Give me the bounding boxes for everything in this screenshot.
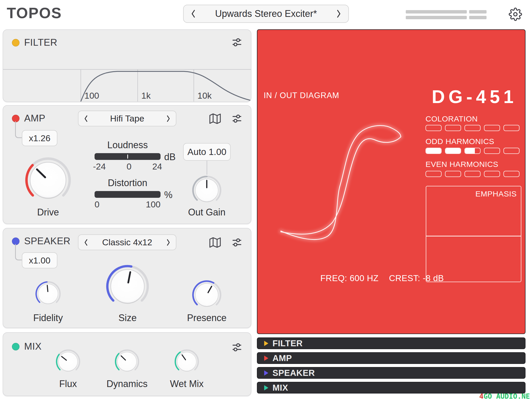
fidelity-knob[interactable] xyxy=(35,280,62,307)
mix-led[interactable] xyxy=(12,343,19,350)
size-knob[interactable] xyxy=(105,263,150,309)
expand-triangle-icon xyxy=(264,385,268,390)
filter-panel: FILTER 100 1k 10k xyxy=(3,29,251,102)
meter-segment xyxy=(503,148,520,154)
chevron-right-icon xyxy=(336,9,342,18)
filter-settings-button[interactable] xyxy=(231,37,243,49)
chevron-left-icon xyxy=(84,239,88,246)
speaker-model-selector[interactable]: Classic 4x12 xyxy=(78,234,176,250)
meter-segment xyxy=(445,125,461,131)
presence-knob[interactable] xyxy=(191,279,222,310)
flux-knob[interactable] xyxy=(55,349,81,375)
amp-model-next-button[interactable] xyxy=(166,115,171,123)
amp-model-selector[interactable]: Hifi Tape xyxy=(78,111,176,126)
size-knob-label: Size xyxy=(102,313,154,323)
chevron-left-icon xyxy=(190,9,196,18)
mix-settings-button[interactable] xyxy=(231,342,243,354)
transfer-curve xyxy=(273,108,418,263)
preset-selector[interactable]: Upwards Stereo Exciter* xyxy=(183,5,349,23)
loudness-slider[interactable] xyxy=(95,153,161,160)
amp-panel-title: AMP xyxy=(24,113,45,124)
speaker-model-name: Classic 4x12 xyxy=(102,237,152,247)
chevron-right-icon xyxy=(166,115,171,123)
meter-segment xyxy=(445,148,461,154)
preset-name: Upwards Stereo Exciter* xyxy=(215,8,317,19)
collapsed-amp-bar[interactable]: AMP xyxy=(257,352,526,364)
meter-bar xyxy=(469,16,487,19)
freq-readout: FREQ: 600 HZ xyxy=(320,273,378,283)
emphasis-divider xyxy=(426,236,521,236)
auto-gain-button[interactable]: Auto 1.00 xyxy=(183,143,231,161)
dynamics-knob[interactable] xyxy=(114,349,140,375)
out-gain-knob-label: Out Gain xyxy=(181,207,233,218)
output-meter xyxy=(406,10,487,19)
emphasis-box: EMPHASIS xyxy=(426,186,521,282)
map-icon xyxy=(209,236,221,248)
sliders-icon xyxy=(231,37,243,48)
filter-curve-graph[interactable]: 100 1k 10k xyxy=(3,69,251,101)
loudness-scale: -24 0 24 xyxy=(93,161,162,172)
sliders-icon xyxy=(231,237,243,248)
speaker-browse-button[interactable] xyxy=(209,236,221,249)
speaker-panel-title: SPEAKER xyxy=(24,236,70,247)
collapsed-filter-bar[interactable]: FILTER xyxy=(257,337,526,349)
freq-tick-100: 100 xyxy=(84,91,99,101)
out-gain-knob[interactable] xyxy=(191,175,222,206)
meter-segment xyxy=(464,171,481,177)
freq-tick-1k: 1k xyxy=(141,91,151,101)
presence-knob-label: Presence xyxy=(181,313,233,323)
dynamics-knob-label: Dynamics xyxy=(101,378,153,389)
fidelity-knob-label: Fidelity xyxy=(22,313,74,323)
even-harmonics-meter xyxy=(425,171,520,177)
collapsed-mix-bar[interactable]: MIX xyxy=(257,382,526,394)
chevron-left-icon xyxy=(84,115,88,123)
meter-segment xyxy=(464,125,481,131)
preset-next-button[interactable] xyxy=(336,9,342,18)
mix-panel: MIX Flux Dynamics Wet Mix xyxy=(3,332,251,396)
amp-model-name: Hifi Tape xyxy=(110,113,144,124)
meter-segment xyxy=(425,148,442,154)
speaker-panel: SPEAKER Classic 4x12 x1.00 xyxy=(3,228,251,328)
filter-response-curve xyxy=(81,71,250,101)
meter-bar xyxy=(406,16,467,19)
amp-settings-button[interactable] xyxy=(231,113,243,125)
filter-led[interactable] xyxy=(12,39,19,46)
flux-knob-label: Flux xyxy=(42,378,94,389)
meter-segment xyxy=(425,171,442,177)
plugin-window: TOPOS Upwards Stereo Exciter* FILTER xyxy=(0,0,532,400)
settings-button[interactable] xyxy=(509,8,522,22)
amp-multiplier-value[interactable]: x1.26 xyxy=(22,130,57,146)
meter-segment xyxy=(425,125,442,131)
distortion-scale: 0 100 xyxy=(95,199,161,209)
wet-mix-knob[interactable] xyxy=(174,349,200,375)
speaker-multiplier-value[interactable]: x1.00 xyxy=(22,252,57,268)
odd-harmonics-meter xyxy=(425,148,520,154)
meter-segment xyxy=(484,148,500,154)
meter-bar xyxy=(469,10,487,13)
amp-led-connector xyxy=(15,121,22,138)
watermark: 4GO AUDIO.NE xyxy=(479,392,530,400)
sliders-icon xyxy=(231,342,243,353)
model-name: DG-451 xyxy=(432,86,517,107)
in-out-diagram-label: IN / OUT DIAGRAM xyxy=(264,91,339,100)
speaker-model-next-button[interactable] xyxy=(166,239,171,246)
crest-readout: CREST: -8 dB xyxy=(389,273,444,283)
meter-segment xyxy=(445,171,461,177)
speaker-model-prev-button[interactable] xyxy=(84,239,88,246)
collapsed-speaker-bar[interactable]: SPEAKER xyxy=(257,367,526,379)
drive-knob[interactable] xyxy=(24,156,72,205)
distortion-slider[interactable] xyxy=(95,191,161,198)
gear-icon xyxy=(509,8,522,21)
filter-panel-title: FILTER xyxy=(24,37,57,48)
mix-panel-title: MIX xyxy=(24,341,42,352)
drive-knob-label: Drive xyxy=(22,207,74,218)
speaker-led-connector xyxy=(15,244,22,260)
freq-tick-10k: 10k xyxy=(197,91,212,101)
amp-panel: AMP Hifi Tape x1.26 Drive xyxy=(3,105,251,224)
app-logo: TOPOS xyxy=(7,4,62,22)
preset-prev-button[interactable] xyxy=(190,9,196,18)
amp-model-prev-button[interactable] xyxy=(84,115,88,123)
amp-browse-button[interactable] xyxy=(209,113,221,126)
meter-segment xyxy=(484,125,500,131)
speaker-settings-button[interactable] xyxy=(231,237,243,249)
